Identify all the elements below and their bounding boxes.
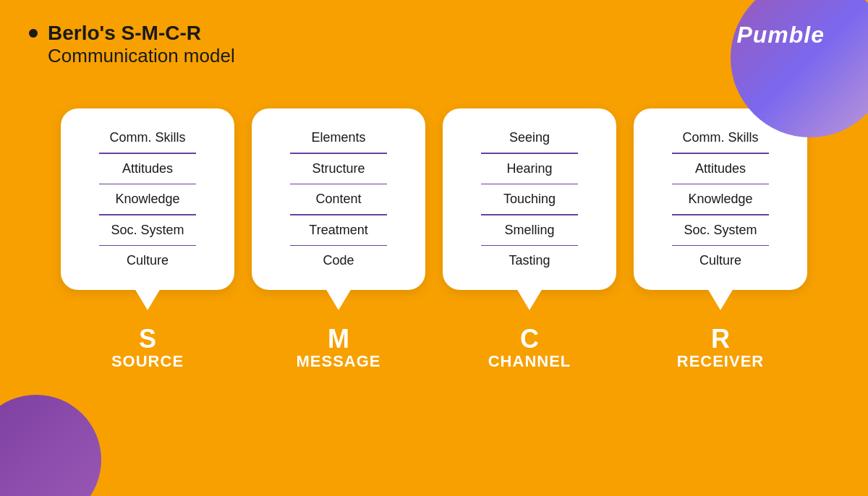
- logo-area: Pumble: [736, 22, 825, 48]
- card-receiver: Comm. SkillsAttitudesKnowledgeSoc. Syste…: [634, 108, 807, 290]
- card-receiver-item-2: Knowledge: [651, 184, 790, 214]
- card-channel-item-1: Hearing: [460, 154, 599, 184]
- card-name-channel: CHANNEL: [488, 352, 571, 371]
- card-name-source: SOURCE: [111, 352, 184, 371]
- card-message-item-3: Treatment: [269, 215, 408, 245]
- card-receiver-item-4: Culture: [651, 246, 790, 275]
- main-content: Comm. SkillsAttitudesKnowledgeSoc. Syste…: [0, 108, 868, 496]
- card-channel-item-3: Smelling: [460, 215, 599, 245]
- card-letter-message: M: [296, 326, 380, 352]
- card-letter-source: S: [111, 326, 184, 352]
- card-message: ElementsStructureContentTreatmentCode: [252, 108, 425, 290]
- header: Berlo's S-M-C-R Communication model: [29, 22, 235, 67]
- card-wrapper-receiver: Comm. SkillsAttitudesKnowledgeSoc. Syste…: [634, 108, 807, 371]
- title-text: Berlo's S-M-C-R: [48, 22, 201, 45]
- card-name-receiver: RECEIVER: [677, 352, 764, 371]
- card-receiver-item-0: Comm. Skills: [651, 123, 790, 153]
- page-title: Berlo's S-M-C-R: [29, 22, 235, 45]
- card-channel-item-0: Seeing: [460, 123, 599, 153]
- card-message-item-2: Content: [269, 184, 408, 214]
- subtitle-text: Communication model: [48, 45, 235, 67]
- card-source-item-3: Soc. System: [78, 215, 217, 245]
- card-source-item-4: Culture: [78, 246, 217, 275]
- card-channel-item-2: Touching: [460, 184, 599, 214]
- card-receiver-item-3: Soc. System: [651, 215, 790, 245]
- card-channel-item-4: Tasting: [460, 246, 599, 275]
- card-wrapper-channel: SeeingHearingTouchingSmellingTastingCCHA…: [443, 108, 616, 371]
- card-message-item-1: Structure: [269, 154, 408, 184]
- card-label-source: SSOURCE: [111, 326, 184, 371]
- card-label-channel: CCHANNEL: [488, 326, 571, 371]
- card-label-message: MMESSAGE: [296, 326, 380, 371]
- card-message-item-0: Elements: [269, 123, 408, 153]
- card-source: Comm. SkillsAttitudesKnowledgeSoc. Syste…: [61, 108, 234, 290]
- card-label-receiver: RRECEIVER: [677, 326, 764, 371]
- card-message-item-4: Code: [269, 246, 408, 275]
- card-name-message: MESSAGE: [296, 352, 380, 371]
- card-source-item-1: Attitudes: [78, 154, 217, 184]
- card-receiver-item-1: Attitudes: [651, 154, 790, 184]
- bullet-dot: [29, 29, 38, 38]
- card-wrapper-source: Comm. SkillsAttitudesKnowledgeSoc. Syste…: [61, 108, 234, 371]
- card-wrapper-message: ElementsStructureContentTreatmentCodeMME…: [252, 108, 425, 371]
- card-source-item-2: Knowledge: [78, 184, 217, 214]
- logo-text: Pumble: [736, 22, 825, 48]
- card-letter-channel: C: [488, 326, 571, 352]
- card-source-item-0: Comm. Skills: [78, 123, 217, 153]
- card-channel: SeeingHearingTouchingSmellingTasting: [443, 108, 616, 290]
- card-letter-receiver: R: [677, 326, 764, 352]
